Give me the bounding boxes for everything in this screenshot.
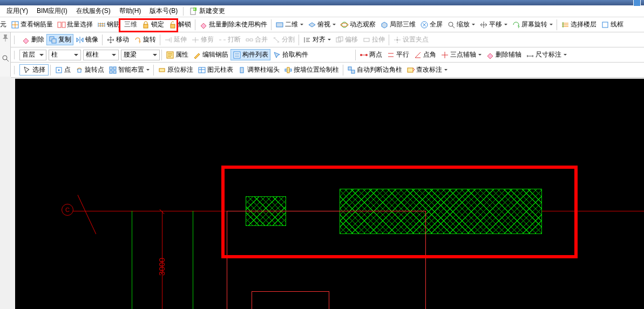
copy-icon [49,36,57,44]
btn-stretch[interactable]: 拉伸 [360,34,387,45]
btn-col-table[interactable]: 图元柱表 [195,64,235,75]
pin-icon[interactable] [1,33,10,42]
rebar-qty-icon [11,20,19,29]
btn-mirror[interactable]: 镜像 [73,34,100,45]
btn-lock[interactable]: 锁定 [139,19,166,30]
btn-copy[interactable]: 复制 [46,34,73,45]
rotate-icon [133,36,142,44]
svg-rect-33 [240,67,243,73]
dropdown-arrow-icon [564,54,567,56]
btn-screen-rotate[interactable]: 屏幕旋转 [510,19,555,30]
dropdown-arrow-icon [39,54,44,56]
btn-break[interactable]: 打断 [216,34,243,45]
btn-point-angle[interactable]: 点角 [411,49,438,60]
btn-batch-delete[interactable]: 批量删除未使用构件 [197,19,269,30]
btn-point[interactable]: 点 [52,64,73,75]
btn-auto-corner[interactable]: 自动判断边角柱 [345,64,404,75]
user-icon[interactable] [633,0,641,6]
btn-unlock[interactable]: 解锁 [166,19,193,30]
btn-wireframe[interactable]: 线框 [599,19,626,30]
del-aux-icon [486,51,494,59]
btn-rotate-point[interactable]: 旋转点 [73,64,106,75]
btn-three-pt-aux[interactable]: 三点辅轴 [438,49,484,60]
toolbar-edit: 删除 复制 镜像 移动 旋转 延伸 修剪 打断 合并 分割 对齐 偏移 拉伸 设… [11,32,644,47]
dropdown-arrow-icon [153,54,157,56]
btn-align[interactable]: 对齐 [301,34,333,45]
left-rail [0,32,11,77]
btn-check-label[interactable]: 查改标注 [404,64,450,75]
btn-local-3d[interactable]: 局部三维 [378,19,418,30]
dropdown-floor[interactable]: 首层 [19,50,46,60]
btn-view-rebar[interactable]: 查看钢筋量 [9,19,55,30]
btn-merge[interactable]: 合并 [243,34,270,45]
btn-property[interactable]: 属性 [164,49,191,60]
btn-rebar[interactable]: 钢筋 [95,19,122,30]
separator [271,19,272,30]
btn-offset[interactable]: 偏移 [333,34,360,45]
svg-point-13 [3,56,7,60]
btn-batch-select[interactable]: 批量选择 [55,19,95,30]
btn-pan[interactable]: 平移 [477,19,510,30]
dropdown-column[interactable]: 柱 [49,50,81,60]
orbit-icon [340,20,349,29]
btn-select-floor[interactable]: 选择楼层 [559,19,599,30]
dropdown-arrow-icon [478,54,482,56]
btn-component-list[interactable]: 构件列表 [231,49,270,60]
menu-version[interactable]: 版本号(B) [145,5,182,17]
btn-by-wall-draw[interactable]: 按墙位置绘制柱 [282,64,341,75]
btn-set-grip[interactable]: 设置夹点 [391,34,431,45]
btn-select[interactable]: 选择 [19,64,49,75]
svg-rect-4 [62,22,65,28]
parallel-icon [387,51,395,59]
btn-yuan[interactable]: 元 [0,19,9,30]
btn-2d[interactable]: 二维 [273,19,306,30]
edit-rebar-icon [193,51,201,59]
btn-rotate[interactable]: 旋转 [131,34,158,45]
btn-smart-layout[interactable]: 智能布置 [106,64,152,75]
menu-app[interactable]: 应用(Y) [2,5,32,17]
btn-3d[interactable]: 三维 [122,19,139,30]
btn-adjust-col-end[interactable]: 调整柱端头 [235,64,282,75]
svg-point-19 [396,39,398,41]
btn-trim[interactable]: 修剪 [189,34,216,45]
unlock-icon [168,20,177,29]
two-pt-icon [360,51,368,59]
search-icon[interactable] [1,54,10,63]
menu-bim[interactable]: BIM应用(I) [32,5,72,17]
dim-icon [526,51,534,59]
grip [14,50,17,60]
btn-delete-aux[interactable]: 删除辅轴 [484,49,524,60]
btn-pick-component[interactable]: 拾取构件 [270,49,310,60]
svg-point-25 [58,69,60,71]
corner-icon [347,66,356,74]
merge-icon [245,36,254,44]
three-pt-icon [440,51,449,59]
dropdown-frame-column[interactable]: 框柱 [83,50,119,60]
dropdown-waist-beam[interactable]: 腰梁 [121,50,160,60]
btn-zoom[interactable]: 缩放 [445,19,477,30]
btn-dim-label[interactable]: 尺寸标注 [524,49,569,60]
btn-orig-label[interactable]: 原位标注 [155,64,195,75]
break-icon [218,36,227,44]
drawing-canvas[interactable]: C 3000 [15,79,644,309]
trim-icon [191,36,200,44]
btn-move[interactable]: 移动 [104,34,131,45]
btn-extend[interactable]: 延伸 [162,34,189,45]
menu-online[interactable]: 在线服务(S) [72,5,115,17]
toolbar-view: 元 查看钢筋量 批量选择 钢筋 三维 锁定 解锁 批量删除未使用构件 二维 俯视… [0,17,644,32]
btn-fullscreen[interactable]: 全屏 [418,19,445,30]
btn-parallel[interactable]: 平行 [384,49,411,60]
svg-rect-5 [144,24,148,28]
plan-rect-2[interactable] [252,291,329,309]
btn-dyn-observe[interactable]: 动态观察 [338,19,378,30]
menu-new-change[interactable]: 新建变更 [185,5,229,17]
svg-rect-7 [276,23,283,27]
btn-split[interactable]: 分割 [270,34,297,45]
btn-topview[interactable]: 俯视 [306,19,338,30]
svg-rect-28 [113,67,116,70]
eraser-icon [199,20,208,29]
menu-help[interactable]: 帮助(H) [115,5,146,17]
btn-delete[interactable]: 删除 [19,34,46,45]
btn-edit-rebar[interactable]: 编辑钢筋 [191,49,231,60]
btn-two-point[interactable]: 两点 [357,49,384,60]
